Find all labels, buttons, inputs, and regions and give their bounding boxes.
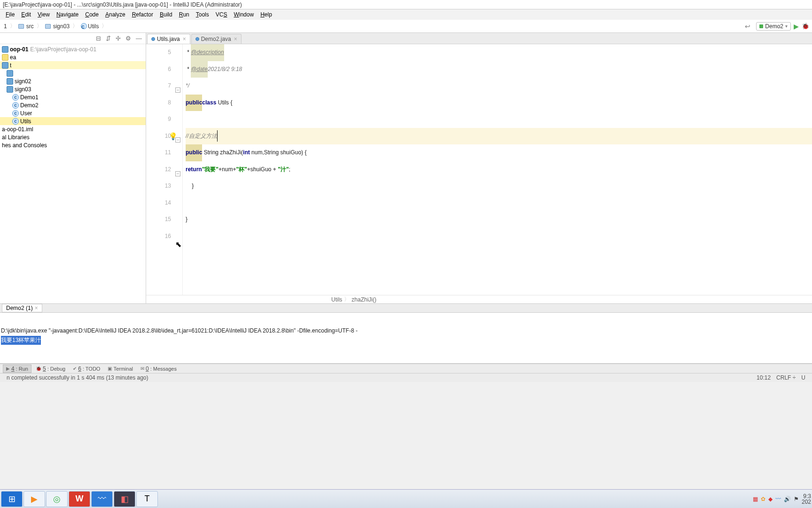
close-icon[interactable]: × (234, 36, 237, 42)
project-settings-icon[interactable]: ⇵ (106, 35, 111, 42)
run-config-selector[interactable]: Demo2 (756, 22, 791, 31)
code-line[interactable]: } (186, 178, 812, 195)
collapse-all-icon[interactable]: ⊟ (96, 35, 101, 42)
menu-item[interactable]: Analyze (102, 10, 128, 19)
editor-tab[interactable]: Utils.java× (147, 34, 190, 44)
taskbar-app[interactable]: ⊞ (1, 491, 23, 507)
close-icon[interactable]: × (35, 305, 38, 311)
gear-icon[interactable]: ⚙ (125, 35, 131, 42)
nav-back-icon[interactable]: ↩ (745, 23, 750, 30)
code-line[interactable]: * @date 2021/8/2 9:18 (186, 61, 812, 78)
nav-bar: 1〉 src〉 sign03〉 cUtils〉 ↩ Demo2 ▶ 🐞 (0, 20, 812, 33)
run-tab[interactable]: Demo2 (1)× (2, 304, 42, 312)
menu-item[interactable]: View (35, 10, 53, 19)
gear-icon[interactable]: ✢ (116, 35, 121, 42)
breadcrumb-item[interactable]: cUtils (80, 23, 100, 30)
tool-window-button[interactable]: ▣Terminal (104, 365, 136, 373)
menu-item[interactable]: VCS (213, 10, 230, 19)
breadcrumb-item[interactable]: sign03 (44, 23, 70, 30)
project-root[interactable]: oop-01 E:\javaProject\java-oop-01 (0, 45, 146, 53)
menu-item[interactable]: Navigate (54, 10, 81, 19)
taskbar-app[interactable]: ▶ (23, 491, 45, 507)
taskbar-app[interactable]: T (136, 491, 158, 507)
run-console[interactable]: D:\jdk\bin\java.exe "-javaagent:D:\IDEA\… (0, 313, 812, 364)
code-line[interactable]: public class Utils { (186, 95, 812, 111)
menu-item[interactable]: File (3, 10, 17, 19)
menu-item[interactable]: Run (176, 10, 192, 19)
breadcrumb-class[interactable]: Utils (331, 296, 342, 303)
taskbar-app[interactable]: ◧ (114, 491, 135, 507)
code-line[interactable]: * @description (186, 44, 812, 61)
tree-item[interactable]: t (0, 61, 146, 69)
menu-item[interactable]: Refactor (129, 10, 156, 19)
window-title: [E:\javaProject\java-oop-01] - ...\src\s… (3, 1, 242, 8)
tool-window-button[interactable]: ✉0: Messages (137, 365, 180, 373)
code-line[interactable]: return "我要"+num+"杯"+shuiGuo + "汁"; (186, 161, 812, 178)
tree-item[interactable]: cDemo2 (0, 101, 146, 109)
menu-item[interactable]: Tools (193, 10, 212, 19)
run-tool-tabs: Demo2 (1)× (0, 303, 812, 313)
caret-position: 10:12 (757, 374, 771, 381)
console-output: 我要13杯苹果汁 (1, 336, 41, 345)
tray-icon[interactable]: ⚑ (794, 496, 799, 502)
editor-tab[interactable]: Demo2.java× (191, 34, 242, 44)
menu-item[interactable]: Edit (18, 10, 34, 19)
code-line[interactable]: } (186, 211, 812, 228)
tray-icon[interactable]: ▦ (753, 496, 758, 502)
tool-window-button[interactable]: ▶4: Run (3, 365, 31, 373)
line-separator[interactable]: CRLF ÷ (776, 374, 796, 381)
taskbar-app[interactable]: 〰 (91, 491, 113, 507)
code-editor[interactable]: – – – 5678910111213141516 * @description… (146, 44, 812, 295)
code-line[interactable] (186, 228, 812, 245)
tree-item[interactable]: cUtils (0, 117, 146, 125)
editor-tabs: Utils.java×Demo2.java× (146, 33, 812, 44)
tray-icon[interactable]: 〰 (775, 496, 781, 502)
console-command: D:\jdk\bin\java.exe "-javaagent:D:\IDEA\… (1, 327, 358, 334)
tree-item[interactable]: sign03 (0, 85, 146, 93)
code-line[interactable] (186, 111, 812, 128)
tree-item[interactable]: al Libraries (0, 133, 146, 141)
tree-item[interactable]: sign02 (0, 77, 146, 85)
breadcrumb-method[interactable]: zhaZhiJi() (351, 296, 376, 303)
tray-icon[interactable]: ✿ (761, 496, 765, 502)
menu-item[interactable]: Help (258, 10, 275, 19)
os-taskbar: ⊞ ▶ ◎ W 〰 ◧ T ▦ ✿ ◆ 〰 🔊 ⚑ 9:3202 (0, 489, 812, 508)
project-tool-window: ⊟ ⇵ ✢ ⚙ — oop-01 E:\javaProject\java-oop… (0, 33, 146, 303)
taskbar-app[interactable]: W (69, 491, 90, 507)
tree-item[interactable]: cUser (0, 109, 146, 117)
system-tray[interactable]: ▦ ✿ ◆ 〰 🔊 ⚑ 9:3202 (753, 493, 811, 505)
tray-icon[interactable]: 🔊 (784, 496, 791, 502)
menu-bar: FileEditViewNavigateCodeAnalyzeRefactorB… (0, 9, 812, 20)
encoding[interactable]: U (801, 374, 805, 381)
code-line[interactable]: 💡//自定义方法 (186, 128, 812, 145)
menu-item[interactable]: Window (231, 10, 257, 19)
editor-breadcrumb: Utils 〉 zhaZhiJi() (146, 295, 812, 303)
tool-window-button[interactable]: 🐞5: Debug (32, 365, 69, 373)
tray-clock[interactable]: 9:3202 (802, 493, 811, 505)
close-icon[interactable]: × (183, 36, 186, 42)
status-bar: n completed successfully in 1 s 404 ms (… (0, 373, 812, 382)
title-bar: [E:\javaProject\java-oop-01] - ...\src\s… (0, 0, 812, 9)
status-message: n completed successfully in 1 s 404 ms (… (7, 374, 148, 381)
tree-item[interactable]: ea (0, 53, 146, 61)
code-line[interactable] (186, 195, 812, 212)
menu-item[interactable]: Code (82, 10, 102, 19)
taskbar-app[interactable]: ◎ (46, 491, 68, 507)
hide-icon[interactable]: — (136, 35, 142, 42)
file-icon (151, 37, 155, 41)
run-button[interactable]: ▶ (792, 23, 801, 30)
breadcrumb-item[interactable]: 1 (3, 23, 8, 30)
bottom-tool-bar: ▶4: Run🐞5: Debug✔6: TODO▣Terminal✉0: Mes… (0, 364, 812, 373)
tree-item[interactable]: cDemo1 (0, 93, 146, 101)
file-icon (195, 37, 199, 41)
tray-icon[interactable]: ◆ (768, 496, 773, 502)
tree-item[interactable]: hes and Consoles (0, 141, 146, 149)
tree-item[interactable]: a-oop-01.iml (0, 125, 146, 133)
code-line[interactable]: */ (186, 78, 812, 95)
tool-window-button[interactable]: ✔6: TODO (70, 365, 103, 373)
code-line[interactable]: public String zhaZhiJi(int num,String sh… (186, 144, 812, 161)
debug-button[interactable]: 🐞 (802, 23, 809, 30)
menu-item[interactable]: Build (157, 10, 175, 19)
breadcrumb-item[interactable]: src (17, 23, 35, 30)
tree-item[interactable] (0, 69, 146, 77)
